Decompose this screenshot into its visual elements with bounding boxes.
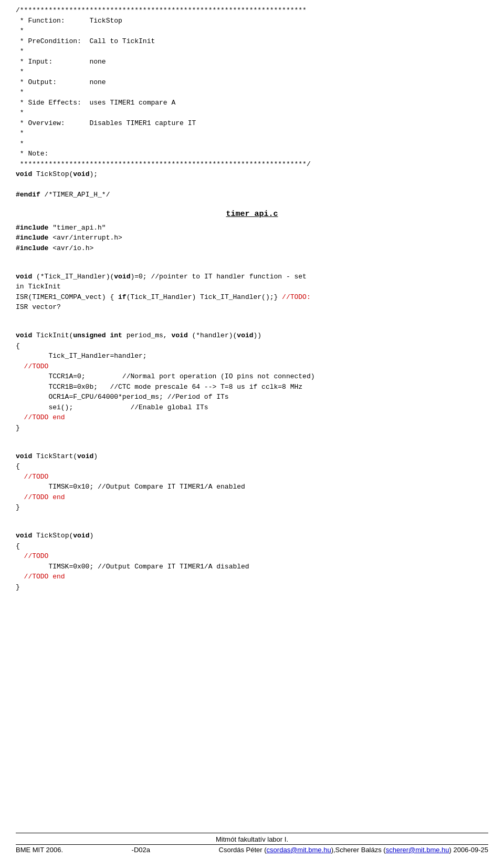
section-title: timer_api.c xyxy=(16,210,488,219)
footer-right-mid: ),Scherer Balázs ( xyxy=(331,846,386,854)
footer-center-label: -D02a xyxy=(132,846,150,854)
footer-right-text: Csordás Péter ( xyxy=(219,846,267,854)
footer-link-1[interactable]: csordas@mit.bme.hu xyxy=(267,846,331,854)
footer-link-2[interactable]: scherer@mit.bme.hu xyxy=(386,846,449,854)
footer-area: Mitmót fakultatív labor I. BME MIT 2006.… xyxy=(0,833,504,859)
code-block-1: /***************************************… xyxy=(16,5,488,200)
code-block-6: void TickStop(void) { //TODO TIMSK=0x00;… xyxy=(16,521,488,593)
code-block-3: void (*Tick_IT_Handler)(void)=0; //point… xyxy=(16,261,488,313)
footer-left: BME MIT 2006. xyxy=(16,846,63,854)
code-block-5: void TickStart(void) { //TODO TIMSK=0x10… xyxy=(16,441,488,513)
footer-title: Mitmót fakultatív labor I. xyxy=(16,833,488,844)
footer-right: Csordás Péter (csordas@mit.bme.hu),Scher… xyxy=(219,846,488,854)
footer-bottom: BME MIT 2006. -D02a Csordás Péter (csord… xyxy=(16,844,488,855)
page-container: /***************************************… xyxy=(0,0,504,859)
code-block-2: #include "timer_api.h" #include <avr/int… xyxy=(16,223,488,254)
footer-right-end: ) 2006-09-25 xyxy=(449,846,488,854)
code-block-4: void TickInit(unsigned int period_ms, vo… xyxy=(16,320,488,433)
